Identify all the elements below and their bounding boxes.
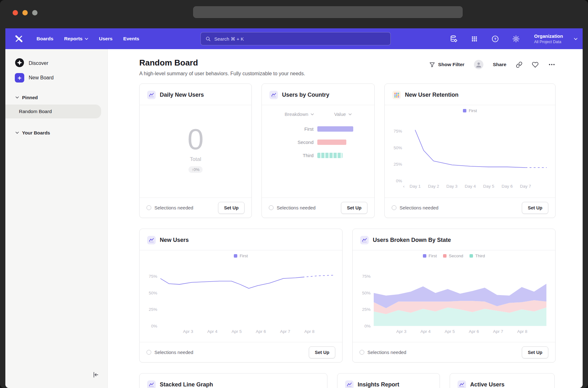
svg-text:Apr 7: Apr 7 (280, 329, 290, 334)
svg-text:Apr 8: Apr 8 (517, 329, 527, 334)
bar-first (317, 126, 353, 132)
sidebar-item-random-board[interactable]: Random Board (5, 105, 101, 118)
svg-text:25%: 25% (362, 307, 370, 312)
plus-icon: + (15, 73, 24, 83)
status-radio-icon (360, 350, 364, 355)
line-chart-icon (147, 91, 156, 99)
nav-item-reports[interactable]: Reports (59, 28, 94, 49)
traffic-light[interactable] (22, 10, 28, 15)
set-up-button[interactable]: Set Up (341, 202, 367, 214)
apps-grid-icon[interactable] (470, 34, 479, 43)
share-button[interactable]: Share (493, 62, 506, 67)
card-daily-new-users: Daily New Users 0 Total ↑0% Selections n… (139, 83, 252, 218)
mixpanel-logo[interactable] (14, 33, 24, 44)
traffic-lights (13, 10, 37, 15)
heart-icon (532, 61, 539, 68)
org-subtitle: All Project Data (534, 40, 570, 44)
state-legend: FirstSecondThird (423, 254, 485, 258)
org-switcher[interactable]: Organization All Project Data (534, 33, 578, 44)
new-users-chart: 75%50%25%0%Apr 3Apr 4Apr 5Apr 6Apr 7Apr … (146, 258, 336, 335)
set-up-button[interactable]: Set Up (309, 346, 335, 358)
retention-legend: First (463, 108, 477, 113)
your-boards-label: Your Boards (22, 130, 50, 135)
more-options-button[interactable] (548, 61, 556, 68)
show-filter-button[interactable]: Show Filter (429, 62, 464, 68)
status-radio-icon (269, 205, 274, 210)
card-title: Insights Report (358, 381, 399, 388)
card-new-users: New Users First 75%50%25%0%Apr 3Apr 4Apr… (139, 229, 343, 362)
selections-needed-label: Selections needed (154, 350, 193, 355)
avatar[interactable] (474, 60, 483, 69)
selections-needed-label: Selections needed (154, 205, 193, 210)
nav-item-boards[interactable]: Boards (31, 28, 59, 49)
set-up-button[interactable]: Set Up (522, 346, 548, 358)
sidebar-item-discover[interactable]: Discover (5, 56, 107, 71)
new-users-legend: First (234, 254, 248, 258)
nav-item-events[interactable]: Events (118, 28, 145, 49)
card-new-user-retention: New User Retention First 75%50%25%0%Day … (384, 83, 556, 218)
legend-item: First (463, 108, 477, 113)
traffic-light[interactable] (32, 10, 37, 15)
daily-new-users-chart: 0 Total ↑0% (140, 105, 251, 197)
page-title: Random Board (139, 58, 305, 68)
line-chart-icon (147, 236, 156, 244)
chevron-down-icon (85, 38, 88, 40)
value-select[interactable]: Value (334, 111, 351, 117)
search-box[interactable] (200, 32, 391, 45)
svg-text:Apr 3: Apr 3 (396, 329, 406, 334)
sidebar: Discover + New Board Pinned Random Board… (5, 49, 108, 388)
bar-category-label: Second (269, 140, 314, 145)
card-title: Users Broken Down By State (373, 237, 451, 243)
card-title: New Users (160, 237, 189, 243)
line-chart-icon (269, 91, 278, 99)
sidebar-section-pinned[interactable]: Pinned (5, 92, 107, 103)
pinned-label: Pinned (22, 95, 38, 100)
help-icon[interactable]: ? (491, 34, 499, 43)
svg-text:Day 6: Day 6 (502, 184, 513, 189)
org-name: Organization (534, 33, 570, 39)
chevron-down-icon (311, 113, 314, 115)
users-by-country-chart: Breakdown Value FirstSecondThird (262, 105, 374, 197)
legend-item: Third (470, 254, 485, 258)
set-up-button[interactable]: Set Up (218, 202, 245, 214)
svg-text:Day 3: Day 3 (447, 184, 458, 189)
svg-text:Apr 3: Apr 3 (183, 329, 193, 334)
set-up-button[interactable]: Set Up (522, 202, 548, 214)
chevron-down-icon (349, 113, 352, 115)
settings-gear-icon[interactable] (511, 34, 520, 43)
search-input[interactable] (214, 36, 386, 42)
status-radio-icon (147, 350, 151, 355)
svg-text:Apr 4: Apr 4 (207, 329, 217, 334)
board-actions: Show Filter Share (429, 60, 556, 69)
svg-text:Apr 4: Apr 4 (420, 329, 431, 334)
sidebar-collapse-button[interactable] (91, 370, 101, 380)
svg-text:50%: 50% (148, 291, 157, 295)
traffic-light[interactable] (13, 10, 18, 15)
data-management-icon[interactable] (449, 34, 458, 43)
breakdown-select[interactable]: Breakdown (285, 111, 314, 117)
sidebar-new-board-button[interactable]: + New Board (5, 71, 107, 85)
svg-text:Day 7: Day 7 (520, 184, 531, 189)
card-title: Users by Country (282, 92, 329, 98)
copy-link-button[interactable] (516, 61, 522, 68)
line-chart-icon (147, 380, 156, 388)
svg-text:0%: 0% (151, 324, 157, 328)
nav-item-users[interactable]: Users (94, 28, 118, 49)
svg-text:Day 2: Day 2 (428, 184, 439, 189)
svg-text:0%: 0% (396, 179, 402, 183)
card-users-by-country: Users by Country Breakdown Value (262, 83, 375, 218)
favorite-button[interactable] (532, 61, 539, 68)
nav-item-label: Users (99, 36, 112, 42)
bar-third (317, 153, 343, 158)
svg-text:Day 5: Day 5 (483, 184, 494, 189)
svg-text:25%: 25% (394, 162, 402, 167)
svg-text:50%: 50% (394, 146, 402, 150)
retention-grid-icon (392, 91, 401, 99)
new-board-label: New Board (29, 75, 54, 81)
discover-icon (15, 58, 24, 69)
legend-item: First (423, 254, 437, 258)
show-filter-label: Show Filter (438, 62, 464, 67)
browser-url-bar[interactable] (193, 6, 463, 18)
sidebar-section-your-boards[interactable]: Your Boards (5, 127, 107, 138)
svg-text:Day 4: Day 4 (465, 184, 476, 189)
